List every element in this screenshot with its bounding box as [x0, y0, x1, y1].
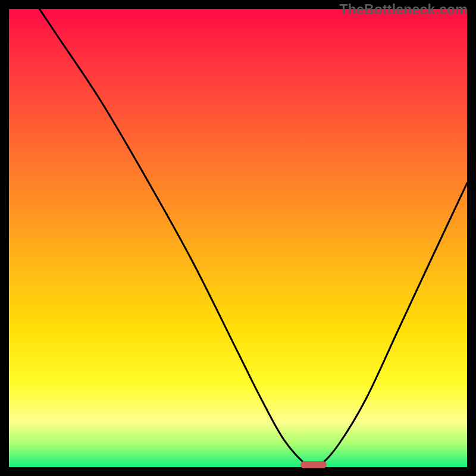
chart-frame: TheBottleneck.com — [0, 0, 476, 476]
min-marker — [300, 461, 327, 468]
plot-area — [9, 9, 467, 467]
curve-path — [9, 9, 467, 467]
bottleneck-curve — [9, 9, 467, 467]
watermark-text: TheBottleneck.com — [339, 2, 468, 18]
